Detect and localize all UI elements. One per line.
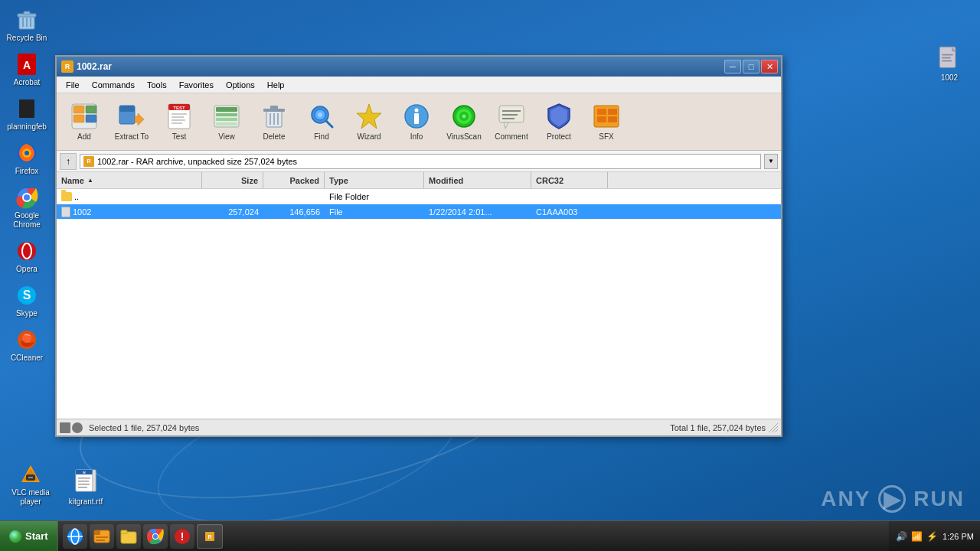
sort-arrow: ▲ [87, 177, 93, 184]
col-header-crc[interactable]: CRC32 [531, 172, 608, 188]
file-cell-type-1002: File [325, 204, 424, 219]
window-titlebar[interactable]: R 1002.rar ─ □ ✕ [57, 57, 781, 77]
col-header-type[interactable]: Type [325, 172, 424, 188]
toolbar-protect[interactable]: Protect [536, 96, 582, 148]
desktop-icon-skype[interactable]: S Skype [2, 282, 51, 320]
taskbar-winrar-item[interactable]: R [197, 524, 223, 549]
desktop-icon-vlc[interactable]: VLC media player [6, 461, 55, 508]
svg-rect-86 [608, 116, 617, 122]
minimize-button[interactable]: ─ [724, 60, 741, 73]
svg-rect-51 [172, 119, 185, 121]
svg-rect-84 [608, 109, 617, 115]
tray-volume-icon[interactable]: 🔊 [895, 530, 907, 543]
toolbar-info[interactable]: Info [394, 96, 439, 148]
delete-icon [260, 103, 288, 130]
tray-power-icon[interactable]: ⚡ [926, 530, 938, 543]
anyrun-text-any: ANY [821, 487, 871, 511]
kitgrant-icon: W [74, 471, 98, 496]
menu-commands[interactable]: Commands [86, 79, 141, 91]
svg-text:TEST: TEST [173, 106, 185, 110]
desktop-icon-chrome[interactable]: Google Chrome [2, 184, 51, 231]
file-1002-label: 1002 [941, 73, 958, 83]
menu-help[interactable]: Help [261, 79, 291, 91]
svg-rect-24 [942, 57, 950, 59]
sfx-icon [593, 103, 620, 130]
anyrun-text-run: RUN [913, 487, 965, 511]
menu-tools[interactable]: Tools [141, 79, 173, 91]
wizard-label: Wizard [357, 132, 381, 141]
close-button[interactable]: ✕ [761, 60, 778, 73]
desktop-icon-acrobat[interactable]: A Acrobat [2, 51, 51, 89]
file-cell-packed-parent [263, 189, 325, 204]
toolbar-find[interactable]: Find [299, 96, 345, 148]
svg-rect-81 [502, 118, 514, 119]
toolbar-comment[interactable]: Comment [488, 96, 534, 148]
svg-rect-29 [28, 477, 33, 478]
taskbar-chrome-icon[interactable] [143, 524, 168, 549]
maximize-button[interactable]: □ [743, 60, 760, 73]
start-button[interactable]: Start [0, 521, 58, 552]
svg-rect-57 [216, 122, 237, 126]
toolbar-extract-to[interactable]: Extract To [109, 96, 155, 148]
col-header-size[interactable]: Size [202, 172, 263, 188]
col-header-modified[interactable]: Modified [424, 172, 531, 188]
svg-rect-95 [96, 536, 108, 538]
desktop-icon-ccleaner[interactable]: CCleaner [2, 326, 51, 364]
taskbar-ie-icon[interactable] [63, 524, 87, 549]
statusbar: Selected 1 file, 257,024 bytes Total 1 f… [57, 419, 781, 435]
status-icon-1 [60, 422, 70, 433]
chrome-label: Google Chrome [4, 211, 50, 230]
desktop-icon-recycle-bin[interactable]: Recycle Bin [2, 6, 51, 44]
toolbar-sfx[interactable]: SFX [583, 96, 629, 148]
col-header-packed[interactable]: Packed [263, 172, 325, 188]
path-up-button[interactable]: ↑ [60, 153, 77, 170]
svg-text:!: ! [180, 530, 184, 543]
desktop-icon-opera[interactable]: Opera [2, 237, 51, 276]
desktop-icon-kitgrant[interactable]: W kitgrant.rtf [61, 470, 110, 508]
table-row[interactable]: 1002 257,024 146,656 File 1/22/2014 2:01… [57, 204, 781, 220]
svg-rect-23 [942, 54, 952, 56]
taskbar-app-icons: ! R [58, 524, 227, 549]
add-label: Add [77, 132, 91, 141]
toolbar-test[interactable]: TEST Test [156, 96, 202, 148]
skype-label: Skype [16, 309, 38, 318]
taskbar-explorer-icon[interactable] [90, 524, 114, 549]
window-title-text: 1002.rar [77, 61, 112, 72]
window-title: R 1002.rar [61, 60, 112, 73]
svg-point-76 [463, 116, 466, 118]
svg-rect-39 [74, 106, 84, 113]
file-rows: .. File Folder 1002 257,024 146,656 [57, 189, 781, 419]
desktop-icon-firefox[interactable]: Firefox [2, 139, 51, 178]
menu-favorites[interactable]: Favorites [173, 79, 220, 91]
svg-rect-8 [19, 99, 34, 118]
menu-options[interactable]: Options [220, 79, 261, 91]
menu-file[interactable]: File [60, 79, 86, 91]
taskbar-folder-icon[interactable] [116, 524, 141, 549]
svg-rect-80 [502, 114, 518, 116]
desktop-icon-1002[interactable]: 1002 [925, 46, 974, 84]
col-header-name[interactable]: Name ▲ [57, 172, 202, 188]
file-list-container: Name ▲ Size Packed Type Modified CRC32 [57, 172, 781, 419]
tray-network-icon[interactable]: 📶 [910, 530, 923, 543]
toolbar-virusscan[interactable]: VirusScan [441, 96, 487, 148]
resize-handle[interactable] [769, 423, 778, 432]
desktop-icons-left: Recycle Bin A Acrobat planningfeb [0, 0, 54, 370]
taskbar-security-icon[interactable]: ! [170, 524, 194, 549]
svg-text:A: A [23, 59, 31, 71]
toolbar-view[interactable]: View [204, 96, 250, 148]
acrobat-icon: A [15, 52, 39, 77]
table-row[interactable]: .. File Folder [57, 189, 781, 204]
toolbar-add[interactable]: Add [61, 96, 107, 148]
path-dropdown[interactable]: ▼ [764, 154, 778, 169]
status-icons [60, 422, 83, 433]
toolbar-delete[interactable]: Delete [251, 96, 297, 148]
svg-rect-2 [24, 11, 30, 15]
toolbar-wizard[interactable]: Wizard [346, 96, 392, 148]
desktop-icons-bottom: VLC media player W kitgrant.rtf [0, 455, 138, 514]
virusscan-label: VirusScan [446, 132, 481, 141]
path-rar-icon: R [83, 156, 94, 167]
file-cell-crc-parent [531, 189, 608, 204]
comment-icon [498, 103, 525, 130]
find-label: Find [314, 132, 328, 141]
desktop-icon-planning[interactable]: planningfeb [2, 95, 51, 133]
